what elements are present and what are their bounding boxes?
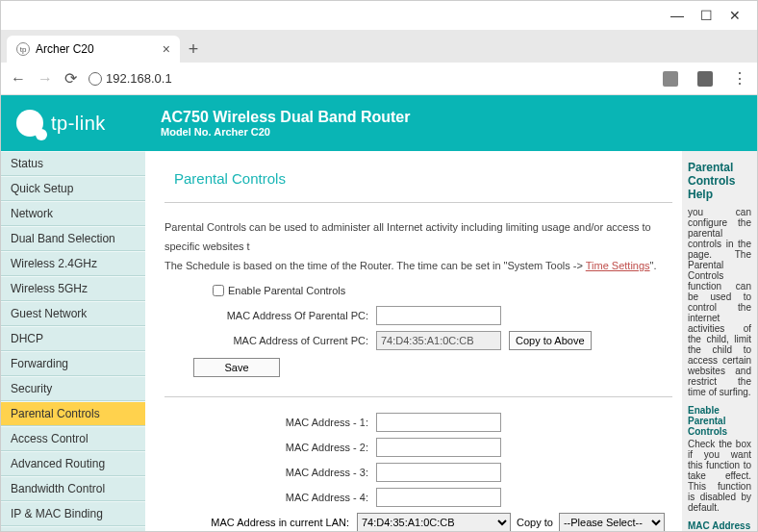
logo: tp-link <box>16 110 161 137</box>
time-settings-link[interactable]: Time Settings <box>586 260 650 271</box>
mac3-input[interactable] <box>376 463 501 482</box>
sidebar-item[interactable]: Wireless 5GHz <box>1 276 145 301</box>
window-controls: — ☐ ✕ <box>1 1 757 30</box>
tab-close-icon[interactable]: × <box>163 41 170 57</box>
lan-mac-select[interactable]: 74:D4:35:A1:0C:CB <box>357 513 511 532</box>
menu-icon[interactable]: ⋮ <box>732 69 747 88</box>
new-tab-button[interactable]: + <box>180 36 207 63</box>
sidebar-item[interactable]: Quick Setup <box>1 176 145 201</box>
address-field[interactable]: 192.168.0.1 <box>88 71 644 86</box>
mac1-input[interactable] <box>376 413 501 432</box>
parental-mac-label: MAC Address Of Parental PC: <box>164 310 376 321</box>
forward-button[interactable]: → <box>38 70 53 88</box>
help-title: Parental Controls Help <box>688 161 751 201</box>
mac2-input[interactable] <box>376 438 501 457</box>
model-number: Model No. Archer C20 <box>161 126 410 138</box>
sidebar-item[interactable]: IP & MAC Binding <box>1 501 145 526</box>
sidebar-item[interactable]: Bandwidth Control <box>1 476 145 501</box>
description: Parental Controls can be used to adminis… <box>164 218 672 275</box>
sidebar-item[interactable]: Guest Network <box>1 301 145 326</box>
url-bar: ← → ⟳ 192.168.0.1 ⋮ <box>1 63 757 95</box>
copy-above-button[interactable]: Copy to Above <box>509 331 592 350</box>
copy-to-select[interactable]: --Please Select-- <box>559 513 665 532</box>
favicon-icon: tp <box>16 42 30 56</box>
maximize-button[interactable]: ☐ <box>692 8 720 23</box>
close-button[interactable]: ✕ <box>720 8 749 23</box>
help-panel: Parental Controls Help you can configure… <box>682 151 757 532</box>
page-title: Parental Controls <box>174 170 672 187</box>
reload-button[interactable]: ⟳ <box>64 69 77 88</box>
sidebar-item[interactable]: Network <box>1 201 145 226</box>
mac4-input[interactable] <box>376 488 501 507</box>
main-panel: Parental Controls Parental Controls can … <box>145 151 682 532</box>
sidebar-item[interactable]: Wireless 2.4GHz <box>1 251 145 276</box>
sidebar-item[interactable]: Status <box>1 151 145 176</box>
product-name: AC750 Wireless Dual Band Router <box>161 109 410 126</box>
enable-checkbox[interactable] <box>213 285 224 296</box>
sidebar-item[interactable]: Security <box>1 376 145 401</box>
current-mac-input <box>376 331 501 350</box>
sidebar-item[interactable]: Advanced Routing <box>1 451 145 476</box>
sidebar-item[interactable]: Access Control <box>1 426 145 451</box>
logo-mark-icon <box>16 110 43 137</box>
sidebar-item[interactable]: Parental Controls <box>1 401 145 426</box>
tab-bar: tp Archer C20 × + <box>1 30 757 63</box>
sidebar-item[interactable]: DHCP <box>1 326 145 351</box>
tab-title: Archer C20 <box>36 42 94 56</box>
minimize-button[interactable]: — <box>663 8 692 23</box>
browser-tab[interactable]: tp Archer C20 × <box>7 36 180 63</box>
sidebar-item[interactable]: Forwarding <box>1 351 145 376</box>
parental-mac-input[interactable] <box>376 306 501 325</box>
brand-header: tp-link AC750 Wireless Dual Band Router … <box>1 95 757 151</box>
sidebar: StatusQuick SetupNetworkDual Band Select… <box>1 151 145 532</box>
back-button[interactable]: ← <box>11 70 26 88</box>
globe-icon <box>88 72 102 86</box>
translate-icon[interactable] <box>663 71 678 87</box>
sidebar-item[interactable]: Dual Band Selection <box>1 226 145 251</box>
current-mac-label: MAC Address of Current PC: <box>164 335 376 346</box>
extension-icon[interactable] <box>697 71 713 87</box>
sidebar-item[interactable]: Dynamic DNS <box>1 526 145 532</box>
enable-label: Enable Parental Controls <box>228 285 345 296</box>
save-button[interactable]: Save <box>193 358 280 377</box>
